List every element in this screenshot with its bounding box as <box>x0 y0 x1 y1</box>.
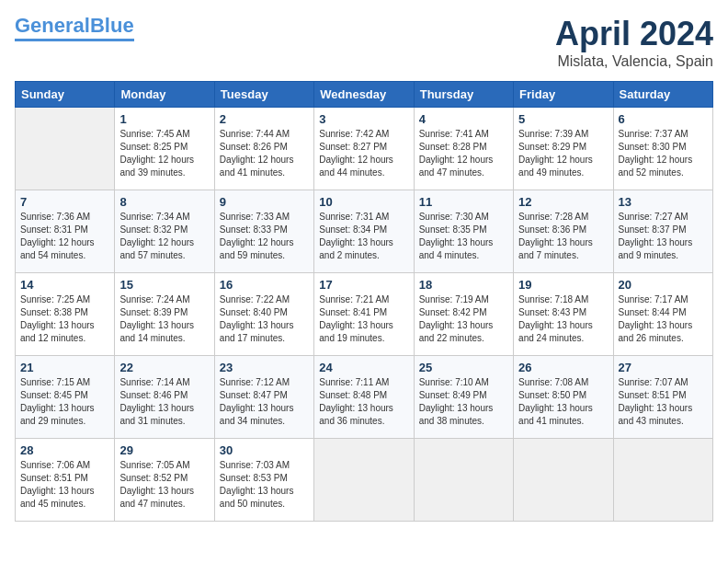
day-info: Sunrise: 7:27 AM Sunset: 8:37 PM Dayligh… <box>619 211 708 262</box>
day-number: 8 <box>119 195 209 209</box>
day-number: 24 <box>319 361 408 374</box>
day-number: 25 <box>419 361 508 374</box>
calendar-week-row: 1Sunrise: 7:45 AM Sunset: 8:25 PM Daylig… <box>16 108 713 190</box>
day-number: 21 <box>20 361 109 374</box>
day-info: Sunrise: 7:17 AM Sunset: 8:44 PM Dayligh… <box>619 293 708 345</box>
calendar-cell: 22Sunrise: 7:14 AM Sunset: 8:46 PM Dayli… <box>115 356 214 439</box>
day-info: Sunrise: 7:07 AM Sunset: 8:51 PM Dayligh… <box>619 376 708 428</box>
day-number: 2 <box>220 112 309 126</box>
day-number: 22 <box>119 361 209 374</box>
calendar-cell: 12Sunrise: 7:28 AM Sunset: 8:36 PM Dayli… <box>514 190 613 273</box>
calendar-cell: 5Sunrise: 7:39 AM Sunset: 8:29 PM Daylig… <box>514 108 613 190</box>
calendar-cell: 11Sunrise: 7:30 AM Sunset: 8:35 PM Dayli… <box>414 190 513 273</box>
calendar-cell: 23Sunrise: 7:12 AM Sunset: 8:47 PM Dayli… <box>214 356 313 439</box>
weekday-header-wednesday: Wednesday <box>314 82 414 108</box>
calendar-cell: 18Sunrise: 7:19 AM Sunset: 8:42 PM Dayli… <box>414 273 513 356</box>
day-number: 29 <box>119 443 209 457</box>
day-number: 6 <box>619 112 708 126</box>
calendar-title: April 2024 <box>555 15 713 53</box>
calendar-week-row: 7Sunrise: 7:36 AM Sunset: 8:31 PM Daylig… <box>16 190 713 273</box>
day-info: Sunrise: 7:36 AM Sunset: 8:31 PM Dayligh… <box>20 211 109 262</box>
calendar-cell: 10Sunrise: 7:31 AM Sunset: 8:34 PM Dayli… <box>314 190 414 273</box>
calendar-cell: 25Sunrise: 7:10 AM Sunset: 8:49 PM Dayli… <box>414 356 513 439</box>
day-number: 12 <box>518 195 608 209</box>
weekday-header-monday: Monday <box>115 82 214 108</box>
day-info: Sunrise: 7:37 AM Sunset: 8:30 PM Dayligh… <box>619 128 708 179</box>
calendar-cell: 1Sunrise: 7:45 AM Sunset: 8:25 PM Daylig… <box>115 108 214 190</box>
calendar-cell: 27Sunrise: 7:07 AM Sunset: 8:51 PM Dayli… <box>613 356 712 439</box>
day-number: 15 <box>119 278 209 292</box>
calendar-cell <box>414 439 513 522</box>
calendar-cell: 14Sunrise: 7:25 AM Sunset: 8:38 PM Dayli… <box>16 273 115 356</box>
calendar-cell: 4Sunrise: 7:41 AM Sunset: 8:28 PM Daylig… <box>414 108 513 190</box>
day-info: Sunrise: 7:03 AM Sunset: 8:53 PM Dayligh… <box>220 459 309 511</box>
day-number: 7 <box>20 195 109 209</box>
day-number: 20 <box>619 278 708 292</box>
day-number: 18 <box>419 278 508 292</box>
calendar-cell: 20Sunrise: 7:17 AM Sunset: 8:44 PM Dayli… <box>613 273 712 356</box>
day-number: 28 <box>20 443 109 457</box>
logo-general: General <box>15 14 90 37</box>
calendar-cell: 9Sunrise: 7:33 AM Sunset: 8:33 PM Daylig… <box>214 190 313 273</box>
calendar-cell: 19Sunrise: 7:18 AM Sunset: 8:43 PM Dayli… <box>514 273 613 356</box>
day-number: 30 <box>220 443 309 457</box>
day-info: Sunrise: 7:11 AM Sunset: 8:48 PM Dayligh… <box>319 376 408 428</box>
title-area: April 2024 Mislata, Valencia, Spain <box>555 15 713 70</box>
day-number: 11 <box>419 195 508 209</box>
day-number: 3 <box>319 112 408 126</box>
logo: GeneralBlue <box>15 15 134 41</box>
day-number: 9 <box>220 195 309 209</box>
day-info: Sunrise: 7:42 AM Sunset: 8:27 PM Dayligh… <box>319 128 408 179</box>
day-info: Sunrise: 7:45 AM Sunset: 8:25 PM Dayligh… <box>119 128 209 179</box>
day-info: Sunrise: 7:12 AM Sunset: 8:47 PM Dayligh… <box>220 376 309 428</box>
calendar-cell: 21Sunrise: 7:15 AM Sunset: 8:45 PM Dayli… <box>16 356 115 439</box>
calendar-cell <box>314 439 414 522</box>
weekday-header-friday: Friday <box>514 82 613 108</box>
day-info: Sunrise: 7:15 AM Sunset: 8:45 PM Dayligh… <box>20 376 109 428</box>
calendar-table: SundayMondayTuesdayWednesdayThursdayFrid… <box>15 81 713 522</box>
calendar-cell: 28Sunrise: 7:06 AM Sunset: 8:51 PM Dayli… <box>16 439 115 522</box>
day-number: 5 <box>518 112 608 126</box>
logo-text: GeneralBlue <box>15 15 134 37</box>
calendar-cell: 6Sunrise: 7:37 AM Sunset: 8:30 PM Daylig… <box>613 108 712 190</box>
calendar-cell: 30Sunrise: 7:03 AM Sunset: 8:53 PM Dayli… <box>214 439 313 522</box>
calendar-week-row: 28Sunrise: 7:06 AM Sunset: 8:51 PM Dayli… <box>16 439 713 522</box>
calendar-cell <box>514 439 613 522</box>
weekday-header-row: SundayMondayTuesdayWednesdayThursdayFrid… <box>16 82 713 108</box>
weekday-header-sunday: Sunday <box>16 82 115 108</box>
day-number: 23 <box>220 361 309 374</box>
day-number: 4 <box>419 112 508 126</box>
day-info: Sunrise: 7:21 AM Sunset: 8:41 PM Dayligh… <box>319 293 408 345</box>
day-number: 26 <box>518 361 608 374</box>
day-number: 14 <box>20 278 109 292</box>
weekday-header-tuesday: Tuesday <box>214 82 313 108</box>
day-number: 13 <box>619 195 708 209</box>
day-info: Sunrise: 7:25 AM Sunset: 8:38 PM Dayligh… <box>20 293 109 345</box>
logo-blue: Blue <box>90 14 134 37</box>
day-number: 19 <box>518 278 608 292</box>
day-info: Sunrise: 7:22 AM Sunset: 8:40 PM Dayligh… <box>220 293 309 345</box>
weekday-header-saturday: Saturday <box>613 82 712 108</box>
day-info: Sunrise: 7:41 AM Sunset: 8:28 PM Dayligh… <box>419 128 508 179</box>
day-info: Sunrise: 7:19 AM Sunset: 8:42 PM Dayligh… <box>419 293 508 345</box>
day-info: Sunrise: 7:08 AM Sunset: 8:50 PM Dayligh… <box>518 376 608 428</box>
calendar-cell: 26Sunrise: 7:08 AM Sunset: 8:50 PM Dayli… <box>514 356 613 439</box>
calendar-cell: 16Sunrise: 7:22 AM Sunset: 8:40 PM Dayli… <box>214 273 313 356</box>
day-number: 10 <box>319 195 408 209</box>
calendar-week-row: 21Sunrise: 7:15 AM Sunset: 8:45 PM Dayli… <box>16 356 713 439</box>
calendar-cell: 2Sunrise: 7:44 AM Sunset: 8:26 PM Daylig… <box>214 108 313 190</box>
day-number: 17 <box>319 278 408 292</box>
day-number: 16 <box>220 278 309 292</box>
day-info: Sunrise: 7:30 AM Sunset: 8:35 PM Dayligh… <box>419 211 508 262</box>
calendar-cell <box>613 439 712 522</box>
calendar-header: SundayMondayTuesdayWednesdayThursdayFrid… <box>16 82 713 108</box>
calendar-cell: 24Sunrise: 7:11 AM Sunset: 8:48 PM Dayli… <box>314 356 414 439</box>
day-number: 1 <box>119 112 209 126</box>
header: GeneralBlue April 2024 Mislata, Valencia… <box>15 15 713 70</box>
calendar-cell: 15Sunrise: 7:24 AM Sunset: 8:39 PM Dayli… <box>115 273 214 356</box>
calendar-cell: 8Sunrise: 7:34 AM Sunset: 8:32 PM Daylig… <box>115 190 214 273</box>
calendar-cell: 13Sunrise: 7:27 AM Sunset: 8:37 PM Dayli… <box>613 190 712 273</box>
calendar-week-row: 14Sunrise: 7:25 AM Sunset: 8:38 PM Dayli… <box>16 273 713 356</box>
logo-underline <box>15 39 134 41</box>
day-info: Sunrise: 7:06 AM Sunset: 8:51 PM Dayligh… <box>20 459 109 511</box>
